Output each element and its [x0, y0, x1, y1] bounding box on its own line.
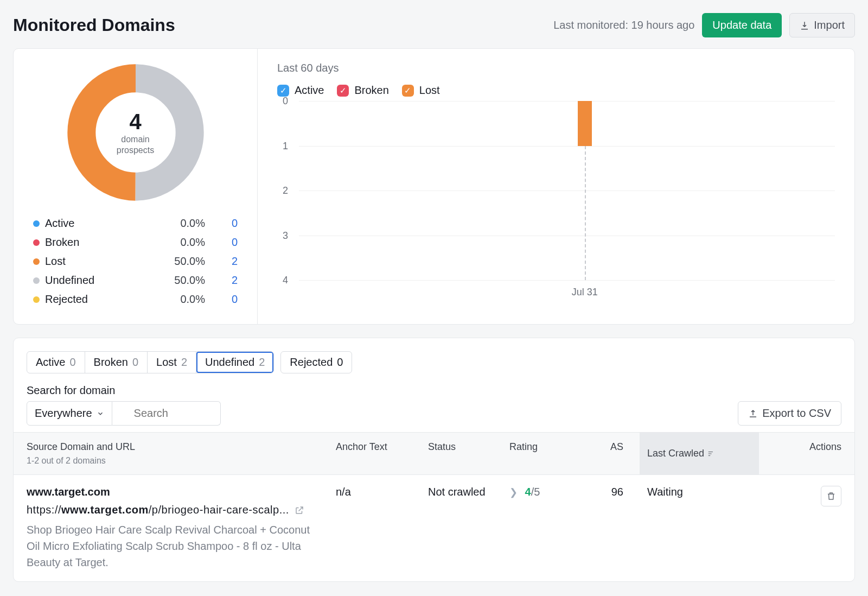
page-title: Monitored Domains [13, 15, 175, 35]
legend-label: Undefined [45, 274, 156, 287]
th-as: AS [585, 441, 640, 466]
chart-reference-line [585, 146, 586, 281]
legend-pct: 0.0% [156, 236, 205, 249]
legend-count: 0 [205, 217, 238, 230]
th-actions: Actions [759, 441, 841, 466]
external-link-icon[interactable] [295, 505, 304, 515]
tab-rejected-count: 0 [337, 356, 343, 369]
legend-pct: 0.0% [156, 217, 205, 230]
grid-line [299, 280, 835, 281]
th-source-sub: 1-2 out of 2 domains [27, 456, 336, 466]
y-tick-label: 4 [283, 275, 288, 286]
legend-pct: 0.0% [156, 293, 205, 306]
chevron-right-icon: ❯ [509, 487, 518, 498]
table-header-row: Source Domain and URL 1-2 out of 2 domai… [14, 432, 854, 475]
legend-label: Rejected [45, 293, 156, 306]
chart-legend-broken[interactable]: ✓Broken [337, 84, 388, 97]
domains-table-card: Active0Broken0Lost2Undefined2 Rejected 0… [13, 338, 855, 582]
y-tick-label: 1 [283, 140, 288, 151]
row-url[interactable]: https://www.target.com/p/briogeo-hair-ca… [27, 504, 336, 516]
checkbox-icon: ✓ [402, 85, 414, 97]
update-data-button[interactable]: Update data [702, 13, 782, 37]
search-label: Search for domain [14, 373, 854, 401]
row-status: Not crawled [428, 486, 509, 498]
legend-pct: 50.0% [156, 255, 205, 268]
tab-broken[interactable]: Broken0 [85, 352, 148, 373]
legend-row-broken[interactable]: Broken 0.0% 0 [33, 233, 238, 252]
chart-title: Last 60 days [277, 62, 835, 74]
bar-chart-area: 01234Jul 31 [299, 101, 835, 296]
legend-row-undefined[interactable]: Undefined 50.0% 2 [33, 271, 238, 290]
row-domain-name[interactable]: www.target.com [27, 486, 336, 498]
th-status: Status [428, 441, 509, 466]
checkbox-icon: ✓ [337, 85, 349, 97]
active-dot-icon [33, 220, 40, 227]
trash-icon [826, 491, 836, 501]
import-button-label: Import [814, 19, 845, 31]
legend-row-rejected[interactable]: Rejected 0.0% 0 [33, 290, 238, 309]
legend-row-active[interactable]: Active 0.0% 0 [33, 214, 238, 233]
x-tick-label: Jul 31 [572, 287, 598, 298]
row-last-crawled: Waiting [640, 486, 759, 498]
legend-row-lost[interactable]: Lost 50.0% 2 [33, 252, 238, 271]
legend-label: Lost [45, 255, 156, 268]
donut-center-number: 4 [129, 110, 141, 134]
row-anchor-text: n/a [336, 486, 428, 498]
th-anchor: Anchor Text [336, 441, 428, 466]
rejected-dot-icon [33, 296, 40, 303]
overview-card: 4 domainprospects Active 0.0% 0 Broken 0… [13, 48, 855, 325]
donut-center-subtitle: domainprospects [117, 134, 154, 155]
chart-legend-lost[interactable]: ✓Lost [402, 84, 440, 97]
th-last-crawled[interactable]: Last Crawled [640, 433, 759, 474]
sort-icon [707, 450, 715, 458]
timeline-chart-panel: Last 60 days ✓Active✓Broken✓Lost 01234Ju… [258, 49, 854, 324]
row-as-score: 96 [585, 486, 640, 498]
y-tick-label: 2 [283, 185, 288, 196]
search-scope-select[interactable]: Everywhere [27, 401, 112, 426]
import-button[interactable]: Import [789, 13, 855, 37]
y-tick-label: 0 [283, 96, 288, 107]
search-scope-value: Everywhere [35, 407, 92, 420]
status-filter-segments: Active0Broken0Lost2Undefined2 [27, 351, 274, 373]
tab-active[interactable]: Active0 [27, 352, 85, 373]
table-row: www.target.com https://www.target.com/p/… [14, 475, 854, 581]
row-rating[interactable]: ❯ 4/5 [509, 486, 585, 498]
checkbox-icon: ✓ [277, 85, 289, 97]
grid-line [299, 101, 835, 102]
tab-undefined[interactable]: Undefined2 [196, 352, 273, 373]
legend-count: 0 [205, 293, 238, 306]
last-monitored-text: Last monitored: 19 hours ago [553, 19, 694, 31]
grid-line [299, 146, 835, 147]
legend-label: Broken [45, 236, 156, 249]
grid-line [299, 191, 835, 191]
legend-count: 0 [205, 236, 238, 249]
row-description: Shop Briogeo Hair Care Scalp Revival Cha… [27, 522, 320, 570]
broken-dot-icon [33, 239, 40, 246]
delete-row-button[interactable] [821, 486, 841, 506]
th-source: Source Domain and URL [27, 441, 336, 453]
search-input[interactable] [112, 401, 221, 426]
donut-panel: 4 domainprospects Active 0.0% 0 Broken 0… [14, 49, 258, 324]
download-icon [800, 21, 809, 30]
lost-dot-icon [33, 258, 40, 265]
export-csv-button[interactable]: Export to CSV [738, 401, 841, 426]
legend-pct: 50.0% [156, 274, 205, 287]
grid-line [299, 236, 835, 236]
tab-rejected[interactable]: Rejected 0 [280, 351, 352, 373]
y-tick-label: 3 [283, 230, 288, 241]
tab-rejected-label: Rejected [290, 356, 333, 369]
legend-label: Active [45, 217, 156, 230]
upload-icon [748, 409, 758, 419]
undefined-dot-icon [33, 277, 40, 284]
th-rating: Rating [509, 441, 585, 466]
export-csv-label: Export to CSV [762, 407, 831, 420]
chevron-down-icon [97, 410, 104, 417]
tab-lost[interactable]: Lost2 [148, 352, 196, 373]
legend-count: 2 [205, 274, 238, 287]
legend-count: 2 [205, 255, 238, 268]
chart-bar-lost [578, 101, 592, 146]
